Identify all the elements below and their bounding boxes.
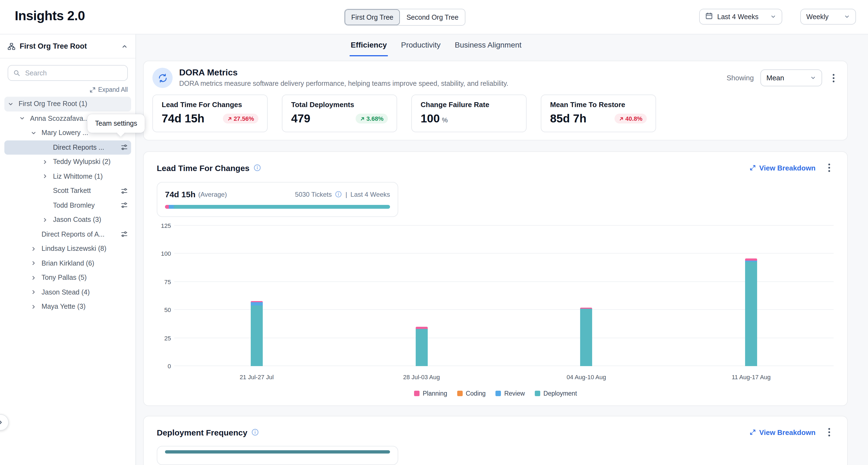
team-settings-icon[interactable]	[121, 187, 128, 194]
tree-item[interactable]: Lindsay Liszewski (8)	[4, 242, 131, 256]
info-icon[interactable]	[253, 164, 261, 172]
tree-item[interactable]: Teddy Wylupski (2)	[4, 155, 131, 169]
app-title: Insights 2.0	[15, 8, 85, 24]
tab-efficiency[interactable]: Efficiency	[350, 34, 388, 56]
aggregation-value: Mean	[766, 74, 784, 82]
chevron-right-icon[interactable]	[31, 246, 41, 252]
x-axis-label: 21 Jul-27 Jul	[240, 374, 274, 380]
chevron-down-icon[interactable]	[19, 116, 30, 122]
gridline	[174, 281, 834, 282]
y-axis-tick-label: 50	[157, 307, 171, 313]
team-settings-tooltip: Team settings	[87, 114, 145, 133]
chevron-down-icon[interactable]	[8, 101, 19, 107]
legend-swatch	[457, 391, 462, 396]
chevron-up-icon[interactable]	[121, 43, 128, 50]
legend-label: Deployment	[544, 390, 577, 397]
granularity-select[interactable]: Weekly	[800, 9, 856, 25]
lead-time-card: Lead Time For Changes View Breakdown	[143, 151, 848, 406]
summary-bar-deployment	[174, 205, 390, 209]
bar-segment-planning	[415, 327, 428, 329]
bar-segment-planning	[745, 258, 757, 260]
dora-title: DORA Metrics	[179, 68, 508, 78]
chevron-right-icon[interactable]	[42, 159, 53, 165]
info-icon[interactable]	[335, 191, 342, 198]
tree-item[interactable]: Direct Reports ...	[4, 140, 131, 155]
chevron-right-icon[interactable]	[31, 304, 41, 310]
chevron-down-icon	[810, 75, 816, 81]
metric-card-lead-time[interactable]: Lead Time For Changes 74d 15h 27.56%	[152, 95, 268, 132]
y-axis-tick-label: 125	[157, 222, 171, 229]
aggregation-select[interactable]: Mean	[761, 69, 822, 86]
tab-business-alignment[interactable]: Business Alignment	[454, 34, 523, 56]
tree-item[interactable]: Tony Pallas (5)	[4, 271, 131, 285]
dora-metrics-panel: DORA Metrics DORA metrics measure softwa…	[143, 61, 848, 141]
search-input[interactable]	[24, 69, 122, 77]
stacked-bar[interactable]	[415, 226, 428, 366]
expand-all-label: Expand All	[98, 86, 128, 93]
chevron-down-icon[interactable]	[31, 130, 41, 136]
tree-item[interactable]: Brian Kirkland (6)	[4, 256, 131, 271]
tree-item[interactable]: First Org Tree Root (1)	[4, 97, 131, 111]
trend-badge: 3.68%	[355, 114, 388, 123]
org-tree-toggle-second[interactable]: Second Org Tree	[400, 9, 465, 25]
legend-label: Planning	[423, 390, 447, 397]
metric-card-change-failure-rate[interactable]: Change Failure Rate 100 %	[411, 95, 527, 132]
tree-item[interactable]: Maya Yette (3)	[4, 300, 131, 314]
legend-label: Coding	[466, 390, 486, 397]
legend-item-deployment[interactable]: Deployment	[535, 390, 577, 397]
tree-item[interactable]: Scott Tarkett	[4, 184, 131, 198]
top-controls: Last 4 Weeks Weekly	[699, 9, 856, 25]
kebab-menu-icon[interactable]	[829, 71, 838, 85]
deployment-frequency-bar	[165, 450, 390, 454]
sidebar-search[interactable]	[8, 65, 128, 81]
legend-item-review[interactable]: Review	[495, 390, 525, 397]
deployment-frequency-summary-card	[157, 446, 398, 465]
org-tree-toggle-first[interactable]: First Org Tree	[345, 9, 400, 25]
dora-description: DORA metrics measure software delivery p…	[179, 80, 508, 87]
chart-legend: PlanningCodingReviewDeployment	[157, 390, 834, 397]
summary-distribution-bar	[165, 205, 390, 209]
chart-canvas: 0255075100125	[157, 226, 834, 366]
metric-card-total-deployments[interactable]: Total Deployments 479 3.68%	[282, 95, 397, 132]
metric-title: Total Deployments	[291, 100, 388, 109]
chevron-right-icon[interactable]	[31, 260, 41, 267]
info-icon[interactable]	[251, 428, 259, 436]
legend-item-coding[interactable]: Coding	[457, 390, 486, 397]
tree-indent	[8, 118, 19, 119]
view-breakdown-button[interactable]: View Breakdown	[749, 164, 815, 172]
tab-bar: Efficiency Productivity Business Alignme…	[350, 34, 523, 56]
bar-segment-review	[251, 302, 263, 305]
kebab-menu-icon[interactable]	[824, 426, 834, 439]
tree-item[interactable]: Todd Bromley	[4, 198, 131, 213]
metric-value: 100 %	[421, 112, 448, 125]
org-tree-toggle: First Org Tree Second Org Tree	[344, 9, 466, 26]
tab-productivity[interactable]: Productivity	[400, 34, 442, 56]
stacked-bar[interactable]	[251, 226, 263, 366]
summary-value: 74d 15h	[165, 190, 195, 199]
chevron-right-icon[interactable]	[31, 275, 41, 281]
chevron-right-icon[interactable]	[31, 289, 41, 295]
team-settings-icon[interactable]	[121, 144, 128, 151]
tree-item[interactable]: Direct Reports of A...	[4, 227, 131, 242]
trend-badge: 27.56%	[223, 114, 258, 123]
team-settings-icon[interactable]	[121, 202, 128, 209]
tree-item[interactable]: Jason Coats (3)	[4, 213, 131, 227]
metric-card-mean-time-to-restore[interactable]: Mean Time To Restore 85d 7h 40.8%	[541, 95, 656, 132]
tree-item[interactable]: Jason Stead (4)	[4, 285, 131, 300]
legend-item-planning[interactable]: Planning	[414, 390, 447, 397]
stacked-bar[interactable]	[580, 226, 592, 366]
chevron-right-icon[interactable]	[42, 217, 53, 223]
tree-item[interactable]: Liz Whittome (1)	[4, 169, 131, 184]
time-range-select[interactable]: Last 4 Weeks	[699, 9, 782, 25]
tree-item-label: Direct Reports of A...	[41, 230, 118, 238]
dora-controls: Showing Mean	[726, 68, 838, 86]
kebab-menu-icon[interactable]	[824, 161, 834, 174]
gridline	[174, 225, 834, 226]
chevron-right-icon[interactable]	[42, 174, 53, 180]
team-settings-icon[interactable]	[121, 231, 128, 238]
expand-all-button[interactable]: Expand All	[8, 86, 128, 93]
y-axis-tick-label: 100	[157, 251, 171, 257]
view-breakdown-button[interactable]: View Breakdown	[749, 428, 815, 436]
stacked-bar[interactable]	[745, 226, 757, 366]
gridline	[174, 337, 834, 338]
